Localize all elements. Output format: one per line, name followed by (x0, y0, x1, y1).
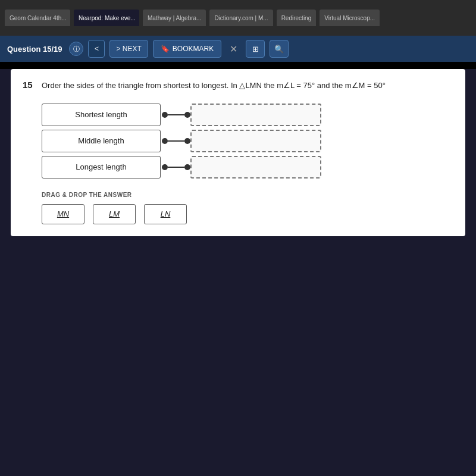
match-container: Shortest length Middle length (42, 104, 453, 178)
shortest-label: Shortest length (75, 110, 127, 119)
question-card: 15 Order the sides of the triangle from … (11, 69, 465, 236)
match-right-column (190, 104, 321, 178)
line-middle (168, 140, 184, 142)
bookmark-icon: 🔖 (161, 45, 170, 53)
drag-item-lm[interactable]: LM (93, 204, 136, 224)
tab-nearpod[interactable]: Nearpod: Make eve... (74, 10, 139, 26)
grid-button[interactable]: ⊞ (246, 40, 265, 58)
drop-box-longest[interactable] (190, 156, 321, 178)
match-left-column: Shortest length Middle length (42, 104, 190, 178)
middle-label: Middle length (78, 136, 124, 145)
drag-item-ln[interactable]: LN (144, 204, 187, 224)
bookmark-button[interactable]: 🔖 BOOKMARK (153, 40, 221, 58)
drag-instruction: DRAG & DROP THE ANSWER (42, 192, 453, 198)
drag-section: DRAG & DROP THE ANSWER MN LM LN (42, 192, 453, 224)
match-row-longest: Longest length (42, 156, 190, 178)
tab-geom[interactable]: Geom Calendar 4th... (5, 10, 70, 26)
middle-label-box: Middle length (42, 130, 161, 152)
tab-microscop[interactable]: Virtual Microscop... (320, 10, 380, 26)
toolbar: Question 15/19 ⓘ < > NEXT 🔖 BOOKMARK ✕ ⊞… (0, 36, 476, 62)
tab-dictionary[interactable]: Dictionary.com | M... (209, 10, 273, 26)
shortest-label-box: Shortest length (42, 104, 161, 126)
page-background: 15 Order the sides of the triangle from … (0, 69, 476, 476)
dot-right-shortest (184, 112, 190, 118)
next-button[interactable]: > NEXT (109, 40, 148, 58)
question-number: 15 (23, 80, 35, 90)
dot-left-shortest (162, 112, 168, 118)
close-button[interactable]: ✕ (226, 43, 241, 55)
search-button[interactable]: 🔍 (270, 40, 289, 58)
info-button[interactable]: ⓘ (69, 42, 83, 56)
match-row-shortest: Shortest length (42, 104, 190, 126)
tab-redirecting[interactable]: Redirecting (277, 10, 317, 26)
drag-items-container: MN LM LN (42, 204, 453, 224)
drop-box-shortest[interactable] (190, 104, 321, 126)
connector-longest (162, 164, 190, 170)
dot-left-middle (162, 138, 168, 144)
dot-right-longest (184, 164, 190, 170)
connector-middle (162, 138, 190, 144)
bookmark-label: BOOKMARK (173, 45, 214, 53)
drag-item-lm-label: LM (109, 209, 120, 218)
drag-item-ln-label: LN (161, 209, 171, 218)
tab-mathway[interactable]: Mathway | Algebra... (143, 10, 206, 26)
question-header: 15 Order the sides of the triangle from … (23, 80, 453, 92)
connector-shortest (162, 112, 190, 118)
prev-button[interactable]: < (88, 40, 105, 58)
match-row-middle: Middle length (42, 130, 190, 152)
dot-left-longest (162, 164, 168, 170)
longest-label: Longest length (76, 162, 126, 171)
browser-tabs: Geom Calendar 4th... Nearpod: Make eve..… (0, 0, 476, 36)
drop-box-middle[interactable] (190, 130, 321, 152)
line-shortest (168, 114, 184, 115)
longest-label-box: Longest length (42, 156, 161, 178)
line-longest (168, 167, 184, 168)
question-text: Order the sides of the triangle from sho… (42, 80, 386, 92)
dot-right-middle (184, 138, 190, 144)
drag-item-mn-label: MN (57, 209, 69, 218)
question-counter: Question 15/19 (7, 45, 62, 54)
drag-item-mn[interactable]: MN (42, 204, 84, 224)
